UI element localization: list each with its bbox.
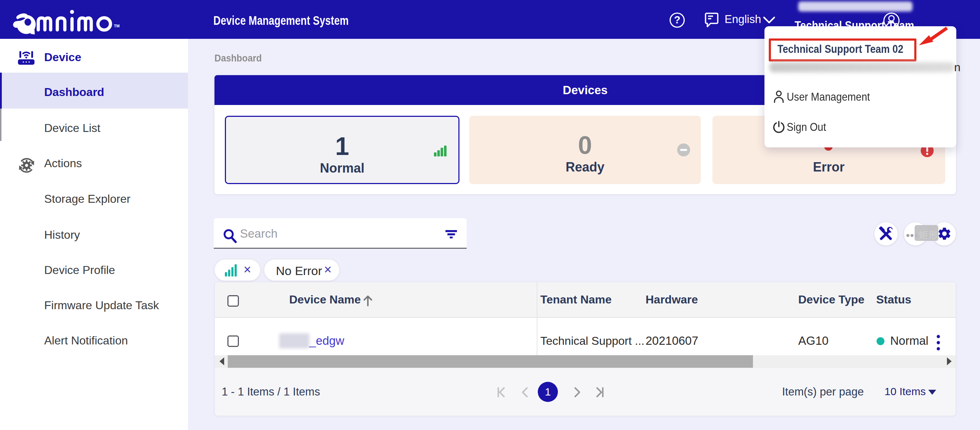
svg-text:?: ? <box>674 14 680 26</box>
